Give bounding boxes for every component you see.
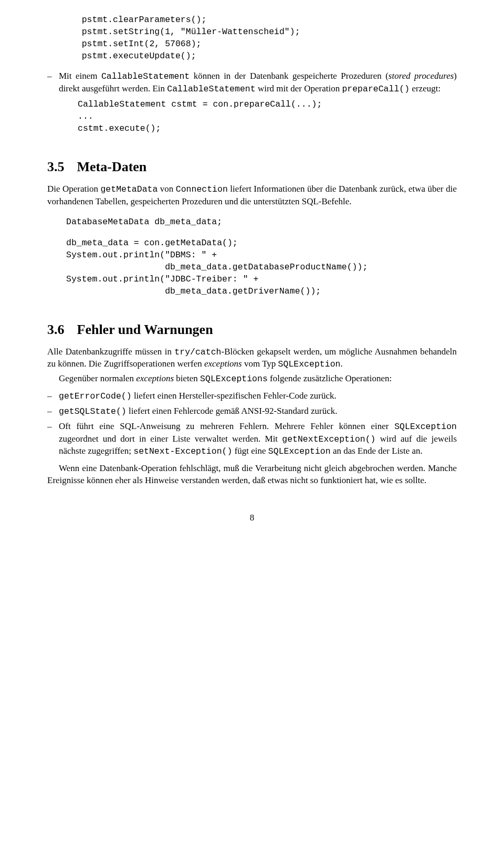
text: Alle Datenbankzugriffe müssen in [47, 347, 174, 357]
inline-code: Connection [176, 184, 228, 194]
paragraph-fehler-2: Gegenüber normalen exceptions bieten SQL… [47, 373, 457, 385]
inline-code: getNextException() [282, 434, 375, 444]
code-dbmetadata-decl: DatabaseMetaData db_meta_data; [66, 216, 457, 228]
italic-text: exceptions [204, 359, 242, 369]
italic-text: exceptions [136, 373, 174, 383]
section-title: Meta-Daten [77, 159, 147, 174]
text: können in der Datenbank gespeicherte Pro… [190, 71, 388, 81]
inline-code: SQLExceptions [200, 374, 268, 384]
text: wird mit der Operation [256, 83, 342, 93]
text: liefert einen Fehlercode gemäß ANSI-92-S… [127, 406, 338, 416]
section-number: 3.6 [47, 322, 65, 337]
section-title: Fehler und Warnungen [77, 322, 213, 337]
text: Oft führt eine SQL-Anweisung zu mehreren… [59, 421, 394, 431]
text: Gegenüber normalen [59, 373, 136, 383]
text: liefert einen Hersteller-spezifischen Fe… [132, 391, 337, 401]
paragraph-metadaten: Die Operation getMetaData von Connection… [47, 183, 457, 207]
inline-code: try/catch [174, 347, 221, 357]
text: erzeugt: [410, 83, 440, 93]
page-number: 8 [47, 512, 457, 524]
text: . [340, 359, 342, 369]
italic-text: stored procedures [388, 71, 454, 81]
paragraph-fehler-3: Wenn eine Datenbank-Operation fehlschläg… [47, 463, 457, 487]
list-item-callable: Mit einem CallableStatement können in de… [47, 70, 457, 134]
text: von [158, 184, 175, 194]
inline-code: CallableStatement [167, 84, 255, 94]
inline-code: SQLException [268, 446, 331, 456]
inline-code: SQLException [278, 359, 341, 369]
text: bieten [174, 373, 200, 383]
text: an das Ende der Liste an. [331, 446, 423, 456]
inline-code: SQLException [394, 422, 457, 432]
section-number: 3.5 [47, 159, 65, 174]
text: fügt eine [232, 446, 268, 456]
callable-statement-list: Mit einem CallableStatement können in de… [47, 70, 457, 134]
text: Die Operation [47, 184, 100, 194]
text: Mit einem [59, 71, 101, 81]
code-callable-block: CallableStatement cstmt = con.prepareCal… [78, 98, 457, 134]
inline-code: getMetaData [100, 184, 158, 194]
list-item: getErrorCode() liefert einen Hersteller-… [47, 390, 457, 402]
inline-code: getSQLState() [59, 406, 127, 416]
text: zugeordnet und dort in einer Liste verwa… [59, 434, 282, 444]
text: vom Typ [242, 359, 278, 369]
paragraph-fehler-1: Alle Datenbankzugriffe müssen in try/cat… [47, 346, 457, 371]
code-dbmetadata-use: db_meta_data = con.getMetaData(); System… [66, 237, 457, 297]
text: folgende zusätzliche Operationen: [268, 373, 392, 383]
section-heading-metadaten: 3.5Meta-Daten [47, 158, 457, 176]
code-pstmt-block: pstmt.clearParameters(); pstmt.setString… [66, 14, 457, 62]
error-operations-list: getErrorCode() liefert einen Hersteller-… [47, 390, 457, 457]
inline-code: prepareCall() [342, 84, 410, 94]
section-heading-fehler: 3.6Fehler und Warnungen [47, 320, 457, 339]
list-item: Oft führt eine SQL-Anweisung zu mehreren… [47, 421, 457, 457]
inline-code: setNext-Exception() [133, 446, 232, 456]
inline-code: getErrorCode() [59, 391, 132, 401]
inline-code: CallableStatement [101, 71, 190, 81]
list-item: getSQLState() liefert einen Fehlercode g… [47, 405, 457, 417]
